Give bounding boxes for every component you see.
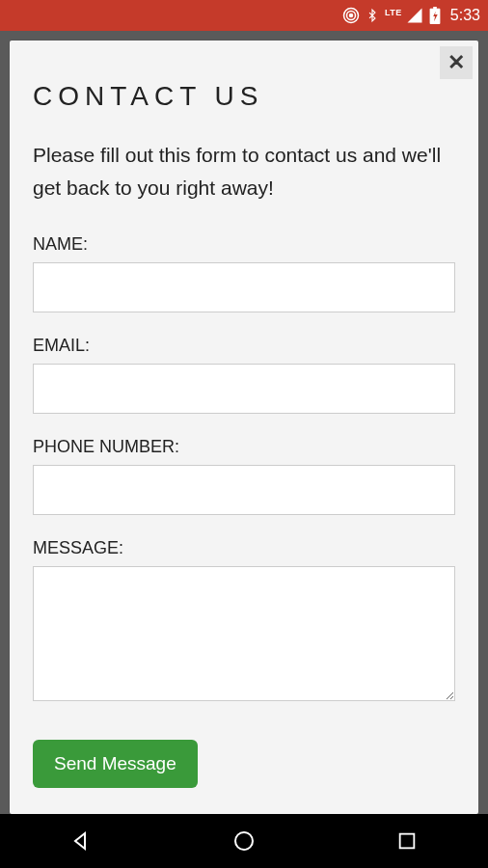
svg-rect-6	[399, 834, 414, 849]
app-background: ✕ CONTACT US Please fill out this form t…	[0, 31, 488, 814]
nav-home-button[interactable]	[230, 827, 258, 854]
lte-label: LTE	[385, 8, 402, 17]
signal-icon	[406, 7, 423, 24]
android-status-bar: LTE 5:33	[0, 0, 488, 31]
svg-rect-4	[433, 7, 437, 10]
message-label: MESSAGE:	[33, 538, 455, 558]
phone-input[interactable]	[33, 465, 455, 515]
phone-label: PHONE NUMBER:	[33, 437, 455, 457]
contact-modal: ✕ CONTACT US Please fill out this form t…	[10, 41, 478, 814]
send-button[interactable]: Send Message	[33, 740, 198, 788]
close-icon: ✕	[447, 50, 465, 75]
modal-intro: Please fill out this form to contact us …	[33, 139, 455, 203]
svg-point-0	[350, 14, 353, 17]
email-input[interactable]	[33, 364, 455, 414]
clock: 5:33	[450, 7, 480, 24]
modal-title: CONTACT US	[33, 81, 455, 112]
nav-back-button[interactable]	[68, 827, 95, 854]
message-input[interactable]	[33, 566, 455, 701]
battery-charging-icon	[429, 7, 441, 24]
name-label: NAME:	[33, 234, 455, 255]
svg-point-5	[235, 832, 253, 850]
bluetooth-icon	[366, 7, 379, 24]
nav-recent-button[interactable]	[393, 827, 420, 854]
close-button[interactable]: ✕	[440, 46, 473, 79]
hotspot-icon	[342, 7, 360, 24]
name-input[interactable]	[33, 262, 455, 312]
email-label: EMAIL:	[33, 336, 455, 356]
android-nav-bar	[0, 814, 488, 868]
